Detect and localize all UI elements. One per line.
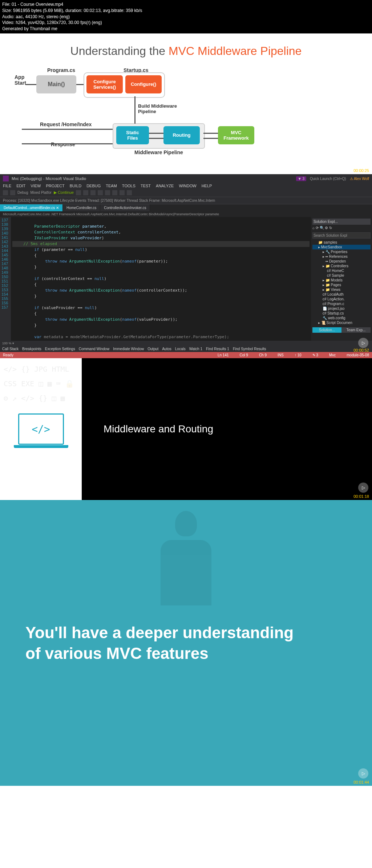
toolbar-debug[interactable]: Debug <box>17 191 28 195</box>
toolbar-btn[interactable] <box>90 190 96 195</box>
line-num: 152 <box>1 283 8 288</box>
toolbar-btn[interactable] <box>120 190 125 195</box>
tree-item[interactable]: ▸ 🔧 Properties <box>312 249 371 254</box>
tab-close-icon[interactable]: ✕ <box>56 206 59 210</box>
tree-item[interactable]: c# LocalAuth <box>312 292 371 297</box>
timestamp: 00:00:52 <box>353 348 369 352</box>
tab-file[interactable]: ControllerActionInvoker.cs <box>100 204 150 211</box>
vs-breadcrumb[interactable]: Microsoft.AspNetCore.Mvc.Core .NET Frame… <box>0 211 372 217</box>
user-badge[interactable]: ⚠ Alex Wolf <box>350 177 369 181</box>
line-num: 147 <box>1 261 8 266</box>
arrow-vertical <box>134 96 136 124</box>
tree-item[interactable]: ▪▪ Dependen <box>312 259 371 264</box>
notif-count: 3 <box>302 177 304 181</box>
arrow <box>203 138 218 139</box>
menu-file[interactable]: FILE <box>3 184 11 188</box>
user-name: Alex Wolf <box>354 177 369 181</box>
toolbar-btn[interactable] <box>3 190 8 195</box>
line-num: 141 <box>1 235 8 240</box>
tab-exception[interactable]: Exception Settings <box>45 347 75 351</box>
play-icon[interactable]: ▷ <box>358 768 368 779</box>
explorer-tab-solution[interactable]: Solution... <box>312 327 341 333</box>
tree-label: Pages <box>331 283 341 287</box>
tree-item[interactable]: c# HomeC <box>312 268 371 273</box>
toolbar-platform[interactable]: Mixed Platfor <box>30 191 51 195</box>
arrow <box>22 129 113 130</box>
play-icon[interactable]: ▷ <box>358 483 368 493</box>
tab-immediate[interactable]: Immediate Window <box>113 347 144 351</box>
continue-button[interactable]: ▶ Continue <box>54 190 74 195</box>
menu-build[interactable]: BUILD <box>70 184 81 188</box>
tab-output[interactable]: Output <box>147 347 158 351</box>
code-editor[interactable]: ParameterDescriptor parameter, Controlle… <box>11 217 311 341</box>
tree-label: Views <box>331 288 341 292</box>
vs-tabs: DefaultControl...umentBinder.cs ✕ HomeCo… <box>0 204 372 211</box>
toolbar-btn[interactable] <box>10 190 15 195</box>
tree-item[interactable]: c# Startup.cs <box>312 311 371 316</box>
tree-item[interactable]: 📄 project.jso <box>312 306 371 311</box>
tab-file[interactable]: HomeController.cs <box>63 204 100 211</box>
tab-breakpoints[interactable]: Breakpoints <box>22 347 41 351</box>
tree-item[interactable]: 🔧 web.config <box>312 316 371 320</box>
menu-window[interactable]: WINDOW <box>179 184 196 188</box>
tree-item[interactable]: ▸ 📁 Models <box>312 278 371 283</box>
status-branch[interactable]: Mvc <box>329 353 336 357</box>
tree-item[interactable]: ▸ 📁 Pages <box>312 283 371 287</box>
tab-find1[interactable]: Find Results 1 <box>206 347 229 351</box>
tab-autos[interactable]: Autos <box>162 347 171 351</box>
tree-item[interactable]: c# Program.c <box>312 301 371 306</box>
line-num: 150 <box>1 275 8 279</box>
toolbar-btn[interactable] <box>83 190 88 195</box>
toolbar-btn[interactable] <box>98 190 103 195</box>
explorer-tab-team[interactable]: Team Exp... <box>341 327 371 333</box>
file-name: File: 01 - Course Overview.mp4 <box>2 1 370 8</box>
menu-help[interactable]: HELP <box>202 184 212 188</box>
play-icon[interactable]: ▷ <box>358 157 368 167</box>
tree-item[interactable]: 📁 samples <box>312 240 371 245</box>
tab-locals[interactable]: Locals <box>175 347 186 351</box>
status-uploads[interactable]: ↑ 10 <box>295 353 302 357</box>
toolbar-btn[interactable] <box>105 190 110 195</box>
toolbar-btn[interactable] <box>112 190 117 195</box>
menu-view[interactable]: VIEW <box>31 184 41 188</box>
tree-label: Startup.cs <box>327 311 344 315</box>
tree-item[interactable]: ▸ 📁 Views <box>312 287 371 292</box>
explorer-search[interactable]: Search Solution Expl <box>312 232 371 239</box>
label-request: Request /Home/Index <box>40 121 92 127</box>
window-title: Mvc (Debugging) - Microsoft Visual Studi… <box>12 176 86 181</box>
tree-item[interactable]: c# Sample <box>312 273 371 278</box>
tab-active[interactable]: DefaultControl...umentBinder.cs ✕ <box>0 204 63 211</box>
line-num: 142 <box>1 240 8 244</box>
menu-team[interactable]: TEAM <box>106 184 117 188</box>
menu-analyze[interactable]: ANALYZE <box>156 184 174 188</box>
box-static-files: Static Files <box>116 126 149 144</box>
arrow <box>149 138 163 139</box>
toolbar-btn[interactable] <box>127 190 132 195</box>
tab-watch[interactable]: Watch 1 <box>189 347 202 351</box>
file-video: Video: h264, yuv420p, 1280x720, 30.00 fp… <box>2 20 370 26</box>
toolbar-btn[interactable] <box>76 190 81 195</box>
menu-debug[interactable]: DEBUG <box>86 184 101 188</box>
tree-item[interactable]: c# LogAction. <box>312 297 371 301</box>
menu-edit[interactable]: EDIT <box>16 184 25 188</box>
line-num: 154 <box>1 292 8 296</box>
tree-label: MvcSandbox <box>321 245 342 249</box>
tree-label: LocalAuth <box>327 292 343 296</box>
tree-item[interactable]: ▸ ▪▪ References <box>312 254 371 259</box>
tab-command[interactable]: Command Window <box>79 347 109 351</box>
play-icon[interactable]: ▷ <box>358 338 368 348</box>
label-response: Response <box>51 141 75 147</box>
menu-test[interactable]: TEST <box>141 184 151 188</box>
notification-badge[interactable]: ▼ 3 <box>296 176 306 181</box>
status-changes[interactable]: ✎ 3 <box>312 353 318 357</box>
tree-item[interactable]: ▸ 📜 Script Documen <box>312 320 371 325</box>
tab-findsymbol[interactable]: Find Symbol Results <box>233 347 266 351</box>
line-num: 156 <box>1 301 8 305</box>
menu-project[interactable]: PROJECT <box>46 184 64 188</box>
tab-callstack[interactable]: Call Stack <box>2 347 19 351</box>
menu-tools[interactable]: TOOLS <box>122 184 136 188</box>
line-num: 145 <box>1 253 8 257</box>
tree-item-selected[interactable]: ▸ MvcSandbox <box>312 245 371 249</box>
quick-launch[interactable]: Quick Launch (Ctrl+Q) <box>310 177 346 181</box>
tree-item[interactable]: ▸ 📁 Controllers <box>312 264 371 268</box>
